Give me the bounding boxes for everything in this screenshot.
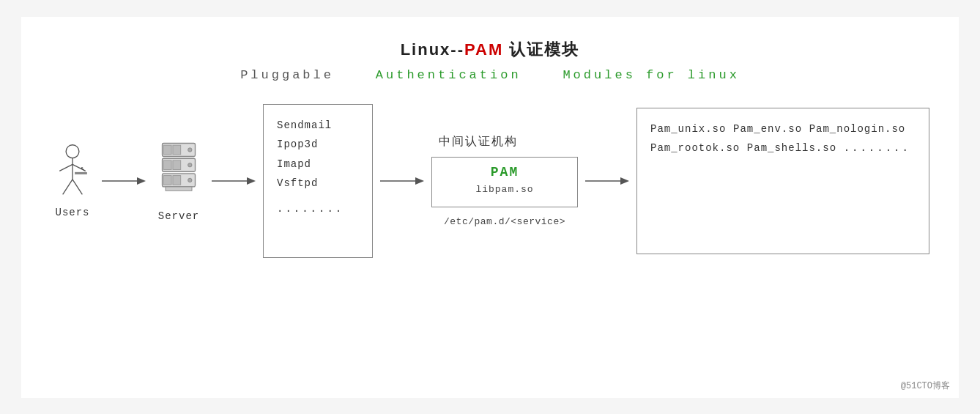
services-box: Sendmail Ipop3d Imapd Vsftpd ........ — [263, 104, 373, 258]
user-figure: ↖ — [51, 144, 94, 202]
pam-section-title: 中间认证机构 — [439, 134, 518, 149]
user-block: ↖ Users — [51, 144, 94, 218]
subtitle-part1: Pluggable — [240, 68, 334, 82]
svg-marker-28 — [620, 177, 629, 185]
pam-label: PAM — [491, 165, 519, 180]
user-label: Users — [55, 207, 89, 218]
module-unix: Pam_unix.so — [650, 123, 726, 135]
module-nologin: Pam_nologin.so — [809, 123, 906, 135]
svg-point-13 — [188, 147, 192, 151]
arrow-svg2 — [212, 172, 256, 190]
svg-rect-11 — [163, 145, 171, 155]
svg-point-21 — [188, 178, 192, 182]
svg-line-4 — [63, 179, 73, 193]
svg-marker-24 — [247, 177, 256, 185]
svg-line-5 — [73, 179, 82, 193]
subtitle-part3: Modules for linux — [563, 68, 739, 82]
modules-box: Pam_unix.so Pam_env.so Pam_nologin.so Pa… — [636, 108, 929, 254]
server-block: Server — [153, 140, 204, 222]
service-vsftpd: Vsftpd — [277, 174, 318, 193]
svg-point-17 — [188, 163, 192, 166]
module-shells: Pam_shells.so — [747, 142, 836, 154]
pam-lib: libpam.so — [475, 184, 533, 195]
module-env: Pam_env.so — [733, 123, 802, 135]
server-label: Server — [158, 210, 199, 222]
svg-marker-26 — [415, 177, 424, 185]
subtitle: Pluggable Authentication Modules for lin… — [51, 68, 929, 82]
svg-text:↖: ↖ — [81, 164, 85, 173]
title-pam: PAM — [464, 40, 503, 59]
title-prefix: Linux-- — [401, 40, 464, 59]
arrow-svg — [102, 172, 146, 190]
arrow-server-services — [212, 172, 256, 190]
service-imapd: Imapd — [277, 155, 311, 174]
service-sendmail: Sendmail — [277, 116, 332, 136]
module-rootok: Pam_rootok.so — [650, 142, 740, 154]
arrow-svg3 — [380, 172, 424, 190]
svg-marker-9 — [137, 177, 146, 185]
svg-point-0 — [66, 144, 79, 158]
watermark: @51CTO博客 — [901, 380, 950, 392]
arrow-svg4 — [585, 172, 629, 190]
arrow-user-server — [102, 172, 146, 190]
server-icon — [153, 140, 204, 206]
pam-inner-box: PAM libpam.so — [431, 157, 578, 207]
diagram-row: ↖ Users — [51, 104, 929, 258]
svg-rect-22 — [166, 186, 192, 190]
svg-line-2 — [59, 164, 73, 171]
pam-path: /etc/pam.d/<service> — [444, 216, 565, 227]
subtitle-part2: Authentication — [376, 68, 521, 82]
module-more: ........ — [844, 142, 910, 154]
service-more: ........ — [277, 199, 344, 219]
svg-rect-20 — [173, 175, 181, 185]
diagram-container: Linux--PAM 认证模块 Pluggable Authentication… — [21, 17, 959, 398]
main-title: Linux--PAM 认证模块 — [51, 39, 929, 61]
arrow-pam-modules — [585, 172, 629, 190]
svg-rect-16 — [173, 160, 181, 169]
arrow-services-pam — [380, 172, 424, 190]
svg-rect-19 — [163, 175, 171, 185]
svg-rect-12 — [173, 145, 181, 155]
svg-rect-15 — [163, 160, 171, 169]
pam-outer-block: 中间认证机构 PAM libpam.so /etc/pam.d/<service… — [431, 134, 578, 227]
service-ipop3d: Ipop3d — [277, 135, 318, 155]
title-suffix: 认证模块 — [503, 40, 579, 59]
